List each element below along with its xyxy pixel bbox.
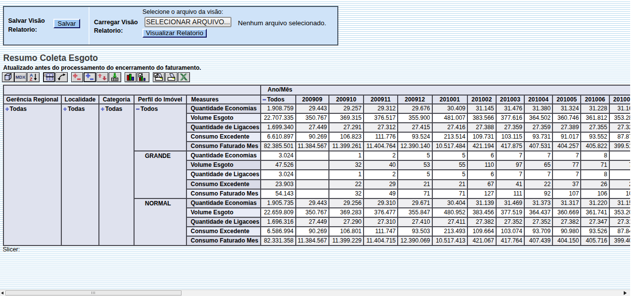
svg-text:Z: Z <box>30 77 33 81</box>
